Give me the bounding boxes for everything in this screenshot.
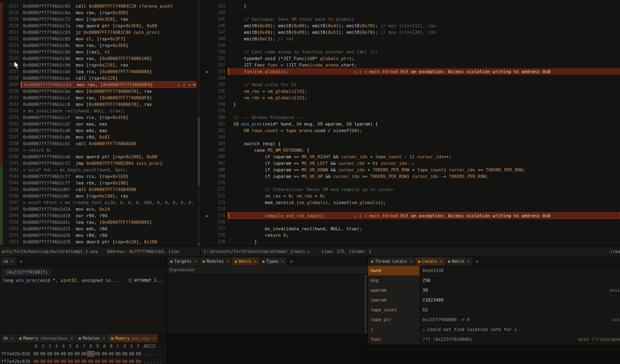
memory-byte[interactable]: 00	[121, 351, 128, 356]
source-line[interactable]: 154	[201, 75, 620, 81]
memory-byte[interactable]: 00	[135, 359, 142, 364]
memory-byte[interactable]: 00	[53, 351, 60, 356]
disasm-line[interactable]: 25410x00007ff7746b1cf2jmp 0x00007FF7746B…	[0, 160, 201, 166]
disasm-line[interactable]: 25210x00007ff7746b1c83jz 0x00007FF7746B1…	[0, 29, 201, 35]
local-name[interactable]: i	[368, 325, 420, 334]
disasm-line[interactable]: 25530x00007ff7746b1d29mov dword ptr [rsp…	[0, 238, 201, 245]
source-line[interactable]: 171 // Interaction: Reset VM and compile…	[201, 186, 620, 193]
locals-row[interactable]: tape_count52	[368, 305, 620, 315]
close-icon[interactable]: ×	[11, 259, 13, 264]
memory-byte[interactable]: 00	[87, 359, 94, 364]
disasm-line[interactable]: 25450x00007ff7746b1d07call 0x00007FF7746…	[0, 186, 201, 193]
memory-byte[interactable]: 00	[40, 359, 46, 364]
goto-thread-icon[interactable]: →	[364, 213, 367, 218]
tab-modules[interactable]: ▦Modules×	[200, 257, 231, 265]
source-line[interactable]: 147 emit8(0x48); emit8(0x89); emit8(0x51…	[201, 29, 620, 35]
memory-byte[interactable]: 00	[60, 359, 67, 364]
disasm-line[interactable]: 25360x00007ff7746b1cd9mov edx, eax	[0, 127, 201, 134]
close-icon[interactable]: ×	[467, 259, 470, 264]
disasm-line[interactable]: 25190x00007ff7746b1c72mov [rsp+0x3E8], r…	[0, 16, 201, 22]
disasm-line[interactable]: 25250x00007ff7746b1c96mov rax, [0x00007F…	[0, 55, 201, 62]
disasm-line[interactable]: 25400x00007ff7746b1ce6mov qword ptr [rsp…	[0, 153, 201, 160]
disasm-line[interactable]: 25340x00007ff7746b1ccfmov rcx, [rsp+0x1E…	[0, 114, 201, 121]
local-name[interactable]: msg	[368, 276, 420, 285]
source-line[interactable]: →153 func(vm_globals);⚠[→main_threadhit …	[201, 68, 620, 75]
memory-byte[interactable]: 00	[53, 359, 60, 364]
locals-row[interactable]: lparam21823489	[368, 295, 620, 305]
source-line[interactable]: 158}	[201, 101, 620, 108]
source-line[interactable]: 166 if (wparam == MS_VK_RIGHT && cursor_…	[201, 153, 620, 160]
memory-byte[interactable]: 00	[135, 351, 142, 356]
source-line[interactable]: 161S8 win_proc(void* hwnd, U4 msg, U8 wp…	[201, 121, 620, 127]
disasm-line[interactable]: 25220x00007ff7746b1c85mov cl, [rsp+0x3F7…	[0, 35, 201, 42]
source-line[interactable]: 169 if (wparam == MS_VK_UP && cursor_idx…	[201, 173, 620, 180]
disasm-line[interactable]: 25520x00007ff7746b1d26mov r8d, r9d	[0, 232, 201, 238]
disasm-line[interactable]: 2547> void* hFont = ms_create_font_a(20,…	[0, 199, 201, 206]
source-line[interactable]: 160// --- Window Procedure ---	[201, 114, 620, 121]
local-name[interactable]: tape_count	[368, 305, 420, 315]
callstack-frame[interactable]: (0x215ff791001f)	[0, 268, 166, 276]
source-line[interactable]: 170	[201, 180, 620, 186]
memory-byte[interactable]: 00	[94, 359, 101, 364]
tab-ck[interactable]: ck×	[1, 257, 16, 265]
source-line[interactable]: 168 if (wparam == MS_VK_DOWN && cursor_i…	[201, 166, 620, 173]
memory-byte[interactable]: 00	[128, 359, 135, 364]
locals-row[interactable]: msg256	[368, 276, 620, 285]
source-line[interactable]: 162 U8 tape_count = tape_arena.used / si…	[201, 127, 620, 134]
scroll-down-icon[interactable]: ▼	[197, 242, 201, 247]
disasm-scrollbar[interactable]: ▼	[197, 0, 201, 247]
disasm-line[interactable]: 25300x00007ff7746b1cbamov [0x00007FF7746…	[0, 88, 201, 94]
source-line[interactable]: 143 }	[201, 3, 620, 9]
tab-ds[interactable]: ds×	[1, 334, 16, 342]
disasm-line[interactable]: 25320x00007ff7746b1cc8mov [0x00007FF7746…	[0, 101, 201, 108]
local-value[interactable]: 21823489	[420, 295, 620, 305]
source-line[interactable]: 176	[201, 219, 620, 225]
disasm-line[interactable]: 25180x00007ff7746b1c6amov rax, [rsp+0x3D…	[0, 9, 201, 16]
local-name[interactable]: wparam	[368, 285, 420, 295]
source-line[interactable]: 172 vm_rax = 0; vm_rdx = 0;	[201, 193, 620, 199]
memory-byte[interactable]: 00	[128, 351, 135, 356]
close-icon[interactable]: ×	[226, 259, 229, 264]
local-value[interactable]: 0x215f7900000 -> 0usi	[420, 315, 620, 324]
locals-row[interactable]: i⚠Could not find location info for i.	[368, 325, 620, 335]
disasm-line[interactable]: 25290x00007ff7746b1cb3mov rax, [0x00007F…	[0, 81, 201, 88]
tab-thread-locals[interactable]: ▦Thread Locals×	[368, 257, 415, 265]
memory-byte[interactable]: 00	[101, 351, 108, 356]
locals-row[interactable]: tape_ptr0x215f7900000 -> 0usi	[368, 315, 620, 325]
disasm-line[interactable]: 25480x00007ff7746b1d14mov ecx, 0x14	[0, 206, 201, 212]
disasm-line[interactable]: 25270x00007ff7746b1ca5lea rcx, [0x00007F…	[0, 68, 201, 75]
tab-watch[interactable]: ▦Watch×	[445, 257, 472, 265]
source-line[interactable]: 164 switch (msg) {	[201, 140, 620, 147]
source-line[interactable]: 149	[201, 42, 620, 49]
scrollbar-thumb[interactable]	[198, 117, 200, 186]
tab-locals[interactable]: ▦Locals×	[416, 257, 445, 265]
watch-scrollbar[interactable]: ▲ ▼	[363, 274, 367, 333]
callstack-frame[interactable]: long win_proc(void *, uint32, unsigned l…	[0, 276, 166, 284]
disasm-line[interactable]: 25280x00007ff7746b1caccall [rsp+0x228]	[0, 75, 201, 81]
source-line[interactable]: 165 case MS_WM_KEYDOWN: {	[201, 147, 620, 153]
close-icon[interactable]: ×	[11, 336, 13, 341]
source-line[interactable]: 145 // Epilogue: Save VM state back to g…	[201, 16, 620, 22]
tab-modules[interactable]: ▦Modules×	[76, 334, 108, 342]
disasm-line[interactable]: 2539> return 0;	[0, 147, 201, 153]
scroll-down-icon[interactable]: ▼	[364, 329, 367, 333]
memory-byte[interactable]: 00	[101, 359, 108, 364]
memory-byte[interactable]: 00	[33, 351, 40, 356]
memory-byte[interactable]: 00	[33, 359, 40, 364]
disasm-line[interactable]: 25510x00007ff7746b1d23mov edx, r9d	[0, 225, 201, 232]
memory-byte[interactable]: 00	[74, 359, 81, 364]
disasm-line[interactable]: 25460x00007ff7746b1d0cmov [rsp+0x190], r…	[0, 193, 201, 199]
memory-byte[interactable]: 00	[81, 359, 87, 364]
source-line[interactable]: 146 emit8(0x48); emit8(0x89); emit8(0x41…	[201, 22, 620, 29]
memory-byte[interactable]: 00	[46, 351, 53, 356]
source-line[interactable]: 159	[201, 108, 620, 114]
local-value[interactable]: 39unsi	[420, 285, 620, 295]
add-tab-button[interactable]: +	[287, 257, 296, 265]
close-icon[interactable]: ×	[281, 259, 284, 264]
locals-row[interactable]: wparam39unsi	[368, 285, 620, 295]
source-line[interactable]: 174	[201, 206, 620, 212]
locals-row[interactable]: func??? (0x215f7910000)void (*)(unsigne	[368, 335, 620, 344]
close-icon[interactable]: ×	[153, 336, 155, 341]
source-line[interactable]: →175 compile_and_run_tape();⚠[→main_thre…	[201, 212, 620, 219]
source-line[interactable]: 173 mem_zero(u8_(vm_globals), sizeof(vm_…	[201, 199, 620, 206]
